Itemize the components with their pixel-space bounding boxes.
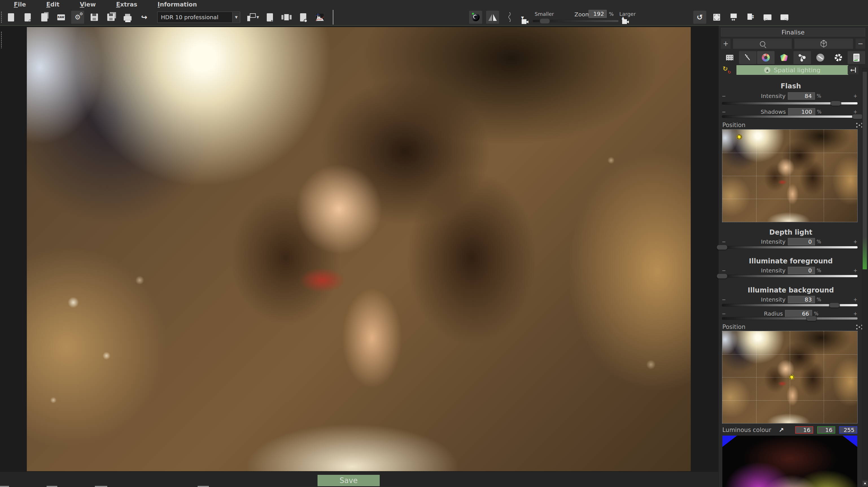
- resize-width-button[interactable]: ↔: [727, 11, 740, 24]
- increment-label[interactable]: +: [853, 239, 857, 244]
- slider-handle[interactable]: [831, 101, 841, 106]
- light-position-marker[interactable]: [789, 374, 795, 380]
- add-button[interactable]: +: [721, 39, 731, 49]
- raw-processing-button[interactable]: RAW: [55, 11, 67, 24]
- increment-label[interactable]: +: [853, 311, 857, 316]
- panorama-button[interactable]: [280, 11, 293, 24]
- import-button[interactable]: ↩: [264, 11, 276, 24]
- main-photo[interactable]: [27, 27, 691, 471]
- history-button[interactable]: ◷: [21, 11, 34, 24]
- panel-scrollbar[interactable]: [862, 68, 867, 479]
- flash-shadows-slider[interactable]: [722, 115, 858, 118]
- green-value-input[interactable]: 16: [817, 426, 835, 434]
- flash-intensity-input[interactable]: 84: [788, 92, 815, 100]
- increment-label[interactable]: +: [853, 109, 857, 115]
- background-intensity-input[interactable]: 83: [788, 296, 815, 303]
- flip-compare-button[interactable]: [486, 11, 499, 24]
- histogram-button[interactable]: [313, 11, 326, 24]
- menu-extras[interactable]: Extras: [116, 1, 137, 8]
- foreground-intensity-slider[interactable]: [722, 275, 858, 277]
- preview-toggle-button[interactable]: [469, 11, 482, 24]
- tab-grain[interactable]: [721, 51, 738, 64]
- compare-curve-button[interactable]: [503, 11, 516, 24]
- tab-retouch[interactable]: [739, 51, 756, 64]
- zoom-value-input[interactable]: 192: [589, 10, 607, 18]
- zoom-out-icon[interactable]: ▼◀: [521, 17, 528, 24]
- section-header-spatial-lighting[interactable]: ▲ Spatial lighting: [737, 65, 848, 75]
- preset-3d-box[interactable]: [794, 39, 853, 49]
- save-file-button[interactable]: [88, 11, 101, 24]
- tab-nodes[interactable]: [794, 51, 811, 64]
- blue-value-input[interactable]: 255: [839, 426, 857, 434]
- luminous-colour-picker[interactable]: [722, 436, 857, 487]
- color-picker-icon[interactable]: ↗: [779, 427, 784, 434]
- tab-brush[interactable]: [811, 51, 829, 64]
- scrollbar-grip[interactable]: [863, 481, 867, 486]
- rotate-right-button[interactable]: ↷: [778, 11, 791, 24]
- menu-edit[interactable]: Edit: [46, 1, 60, 8]
- rotate-transform-button[interactable]: ↺: [693, 11, 706, 24]
- tab-report[interactable]: [848, 51, 865, 64]
- decrement-label[interactable]: −: [722, 109, 726, 115]
- luminous-colour-row: Luminous colour ↗ 16 16 255: [722, 426, 857, 434]
- search-box[interactable]: [733, 39, 792, 49]
- flash-intensity-slider[interactable]: [722, 102, 858, 105]
- move-position-icon[interactable]: [858, 326, 860, 328]
- rotate-left-button[interactable]: ↶: [761, 11, 774, 24]
- menu-information[interactable]: Information: [157, 1, 197, 8]
- increment-label[interactable]: +: [853, 268, 857, 273]
- slider-handle[interactable]: [829, 303, 840, 308]
- dock-panel-button[interactable]: ←: [848, 66, 859, 74]
- print-button[interactable]: [121, 11, 134, 24]
- tab-color-space[interactable]: [775, 51, 793, 64]
- tab-aperture[interactable]: [830, 51, 847, 64]
- chevron-down-icon[interactable]: ▼: [232, 12, 240, 22]
- search-icon: [760, 41, 765, 47]
- menu-file[interactable]: File: [14, 1, 26, 8]
- depth-intensity-input[interactable]: 0: [788, 238, 815, 245]
- menu-view[interactable]: View: [80, 1, 96, 8]
- zoom-in-icon[interactable]: ▲▶: [621, 17, 628, 24]
- flash-position-thumbnail[interactable]: [722, 129, 857, 222]
- background-position-thumbnail[interactable]: [722, 331, 857, 423]
- save-all-button[interactable]: [104, 11, 117, 24]
- slider-handle[interactable]: [717, 245, 727, 250]
- copy-button[interactable]: [38, 11, 51, 24]
- tab-color-wheel[interactable]: [757, 51, 775, 64]
- new-document-button[interactable]: [4, 11, 18, 24]
- zoom-slider-handle[interactable]: [540, 18, 550, 24]
- increment-label[interactable]: +: [853, 297, 857, 302]
- resize-height-button[interactable]: ↕: [744, 11, 757, 24]
- remove-button[interactable]: −: [856, 39, 865, 49]
- foreground-intensity-input[interactable]: 0: [788, 267, 815, 274]
- export-button[interactable]: ↪: [138, 11, 151, 24]
- increment-label[interactable]: +: [853, 93, 857, 99]
- scrollbar-thumb[interactable]: [863, 72, 867, 269]
- slider-handle[interactable]: [806, 316, 817, 321]
- light-position-marker[interactable]: [737, 134, 742, 140]
- reset-button[interactable]: ↻↻: [723, 66, 731, 74]
- save-button[interactable]: Save: [317, 475, 380, 486]
- crop-button[interactable]: [710, 11, 723, 24]
- move-position-icon[interactable]: [858, 124, 860, 126]
- preset-dropdown[interactable]: HDR 10 professional ▼: [157, 11, 240, 23]
- background-radius-slider[interactable]: [722, 317, 858, 320]
- squiggle-icon: [507, 12, 512, 22]
- flash-shadows-input[interactable]: 100: [788, 108, 815, 116]
- red-value-input[interactable]: 16: [795, 426, 813, 434]
- decrement-label[interactable]: −: [722, 93, 726, 99]
- decrement-label[interactable]: −: [722, 297, 726, 302]
- inspect-button[interactable]: [297, 11, 310, 24]
- batch-processing-button[interactable]: ▼: [247, 11, 260, 24]
- zoom-slider[interactable]: [533, 20, 619, 22]
- slider-handle[interactable]: [717, 274, 727, 279]
- batch-dropdown-icon[interactable]: ▼: [256, 15, 259, 19]
- decrement-label[interactable]: −: [722, 311, 726, 316]
- toolbar-drag-handle[interactable]: [1, 11, 2, 23]
- background-intensity-slider[interactable]: [722, 304, 858, 307]
- settings-button[interactable]: ⚙⚙: [71, 11, 84, 24]
- slider-handle[interactable]: [852, 114, 863, 119]
- depth-intensity-slider[interactable]: [722, 246, 858, 249]
- decrement-label[interactable]: −: [722, 268, 726, 273]
- decrement-label[interactable]: −: [722, 239, 726, 244]
